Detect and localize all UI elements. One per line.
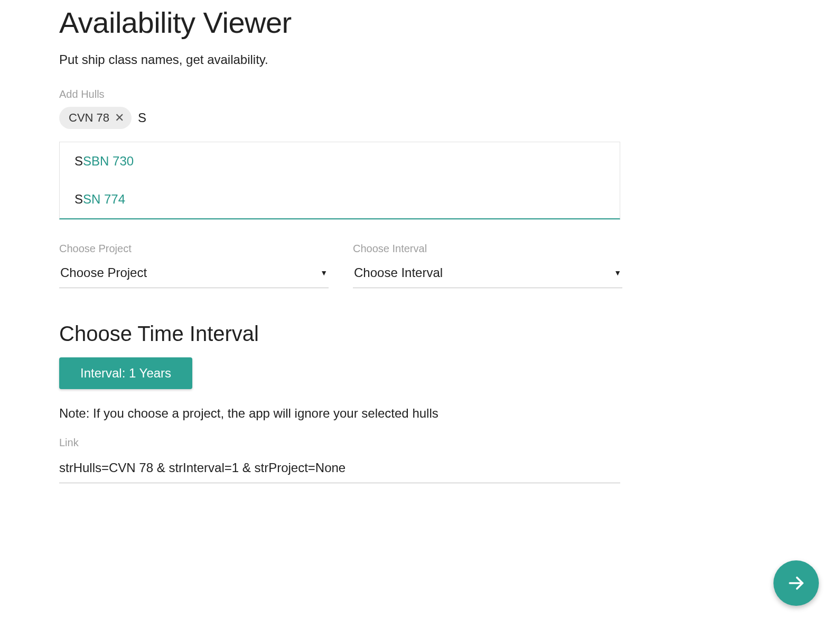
arrow-right-icon bbox=[787, 574, 806, 593]
autocomplete-rest: SN 774 bbox=[83, 192, 125, 206]
link-label: Link bbox=[59, 437, 781, 449]
chevron-down-icon: ▼ bbox=[320, 269, 328, 277]
interval-select-value: Choose Interval bbox=[354, 265, 443, 280]
project-select-value: Choose Project bbox=[60, 265, 147, 280]
link-value[interactable]: strHulls=CVN 78 & strInterval=1 & strPro… bbox=[59, 455, 620, 483]
hulls-chip-input[interactable]: CVN 78 ✕ bbox=[59, 107, 781, 129]
hull-chip-label: CVN 78 bbox=[69, 111, 109, 125]
autocomplete-rest: SBN 730 bbox=[83, 154, 134, 168]
hull-chip[interactable]: CVN 78 ✕ bbox=[59, 107, 132, 129]
interval-button[interactable]: Interval: 1 Years bbox=[59, 357, 192, 389]
autocomplete-item[interactable]: SSBN 730 bbox=[60, 142, 620, 180]
hulls-autocomplete-list: SSBN 730 SSN 774 bbox=[59, 142, 620, 219]
chevron-down-icon: ▼ bbox=[614, 269, 621, 277]
interval-select[interactable]: Choose Interval ▼ bbox=[353, 261, 622, 288]
page-title: Availability Viewer bbox=[59, 5, 781, 40]
autocomplete-match-prefix: S bbox=[74, 154, 83, 168]
project-select[interactable]: Choose Project ▼ bbox=[59, 261, 329, 288]
add-hulls-label: Add Hulls bbox=[59, 88, 781, 100]
project-select-label: Choose Project bbox=[59, 243, 329, 255]
autocomplete-item[interactable]: SSN 774 bbox=[60, 180, 620, 218]
time-interval-heading: Choose Time Interval bbox=[59, 322, 781, 346]
submit-fab[interactable] bbox=[773, 560, 819, 606]
note-text: Note: If you choose a project, the app w… bbox=[59, 406, 781, 421]
close-icon[interactable]: ✕ bbox=[115, 112, 124, 124]
hulls-input[interactable] bbox=[138, 110, 159, 125]
autocomplete-match-prefix: S bbox=[74, 192, 83, 206]
interval-select-label: Choose Interval bbox=[353, 243, 622, 255]
page-subtitle: Put ship class names, get availability. bbox=[59, 52, 781, 67]
